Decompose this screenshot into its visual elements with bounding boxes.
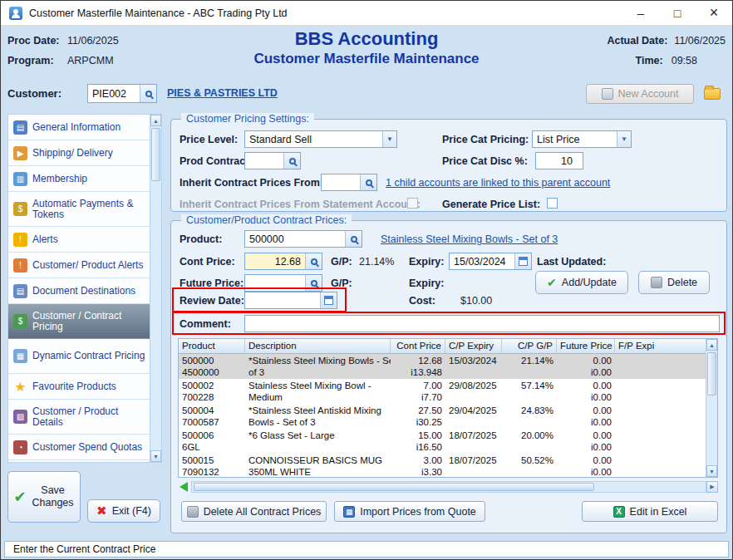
inherit-from-label: Inherit Contract Prices From: xyxy=(180,177,323,189)
sidebar-scrollbar[interactable] xyxy=(150,115,161,462)
sidebar-list: ▤General Information▶Shipping/ Delivery▥… xyxy=(8,115,150,462)
grid-header-cell[interactable]: C/P Expiry xyxy=(445,339,502,353)
sidebar-item-favourite-products[interactable]: ★Favourite Products xyxy=(8,374,150,400)
maximize-icon[interactable] xyxy=(659,1,696,25)
sidebar-item-label: Customer Spend Quotas xyxy=(32,442,142,453)
close-icon[interactable] xyxy=(696,1,732,25)
grid-row[interactable]: 500002700228Stainless Steel Mixing Bowl … xyxy=(179,379,717,404)
exit-button[interactable]: Exit (F4) xyxy=(87,499,160,523)
sidebar-item-shipping-delivery[interactable]: ▶Shipping/ Delivery xyxy=(8,140,150,166)
status-bar: Enter the Current Contract Price xyxy=(4,541,729,558)
delete-button[interactable]: Delete xyxy=(638,271,710,294)
price-level-label: Price Level: xyxy=(180,134,238,145)
grid-header-cell[interactable]: C/P G/P xyxy=(502,339,557,353)
import-prices-from-quote-button[interactable]: ▦ Import Prices from Quote xyxy=(334,501,485,522)
price-level-select[interactable]: Standard Sell xyxy=(244,130,397,148)
sidebar-item-customer-spend-quotas[interactable]: ◔Customer Spend Quotas xyxy=(8,435,150,460)
child-accounts-link[interactable]: 1 child accounts are linked to this pare… xyxy=(386,177,610,189)
future-price-input[interactable] xyxy=(244,274,322,292)
open-folder-button[interactable] xyxy=(701,84,723,104)
future-price-search-button[interactable] xyxy=(305,275,322,291)
star-icon: ★ xyxy=(13,380,27,394)
customer-search-button[interactable] xyxy=(140,85,156,102)
scroll-up-icon[interactable] xyxy=(706,339,717,351)
prod-contract-input[interactable] xyxy=(244,152,301,169)
expiry-date-input[interactable]: 15/03/2024 xyxy=(449,253,532,270)
edit-in-excel-button[interactable]: X Edit in Excel xyxy=(582,501,718,522)
sidebar-item-label: Automatic Payments & Tokens xyxy=(32,199,148,220)
inherit-statement-checkbox[interactable] xyxy=(407,198,418,209)
generate-price-list-checkbox[interactable] xyxy=(547,198,558,209)
cont-price-input[interactable]: 12.68 xyxy=(244,253,322,270)
calendar-icon xyxy=(324,296,333,305)
grid-cell: 15.00i16.50 xyxy=(391,429,445,454)
inherit-from-input[interactable] xyxy=(321,174,377,191)
price-cat-disc-input[interactable]: 10 xyxy=(535,152,583,169)
grid-header-cell[interactable]: Future Price xyxy=(557,339,615,353)
actual-date-value: 11/06/2025 xyxy=(674,35,726,47)
product-input[interactable]: 500000 xyxy=(244,230,362,248)
grid-scroll-thumb[interactable] xyxy=(707,352,716,395)
future-price-label: Future Price: xyxy=(180,278,244,289)
import-quote-label: Import Prices from Quote xyxy=(360,506,476,518)
review-calendar-button[interactable] xyxy=(320,292,337,308)
delete-icon xyxy=(187,506,199,518)
sidebar-item-general-information[interactable]: ▤General Information xyxy=(8,115,150,140)
grid-header-cell[interactable]: Description xyxy=(245,339,391,353)
minimize-icon[interactable] xyxy=(622,1,659,25)
comment-input[interactable] xyxy=(244,315,720,332)
spend-quota-icon: ◔ xyxy=(13,440,27,454)
sidebar-item-alerts[interactable]: !Alerts xyxy=(8,227,150,253)
product-search-button[interactable] xyxy=(345,231,362,247)
grid-horizontal-scrollbar[interactable] xyxy=(178,481,718,493)
gp-label: G/P: xyxy=(331,256,352,268)
app-icon xyxy=(9,7,22,20)
new-account-button[interactable]: New Account xyxy=(586,84,694,104)
group-title: Customer Pricing Settings: xyxy=(181,113,314,125)
sidebar-item-automatic-payments[interactable]: $Automatic Payments & Tokens xyxy=(8,192,150,227)
grid-cell: 0.00i0.00 xyxy=(557,429,615,454)
generate-price-list-label: Generate Price List: xyxy=(442,199,540,210)
expiry-calendar-button[interactable] xyxy=(514,253,531,269)
grid-row[interactable]: 5000066GL*6 Glass Set - Large15.00i16.50… xyxy=(179,429,717,454)
green-left-arrow-icon[interactable] xyxy=(180,482,188,492)
grid-header-cell[interactable]: F/P Expi xyxy=(615,339,706,353)
sidebar-item-customer-product-alerts[interactable]: !Customer/ Product Alerts xyxy=(8,253,150,278)
grid-vertical-scrollbar[interactable] xyxy=(706,339,717,477)
save-changes-button[interactable]: Save Changes xyxy=(7,471,81,523)
price-cat-pricing-select[interactable]: List Price xyxy=(532,130,632,148)
scroll-right-icon[interactable] xyxy=(706,481,718,493)
scroll-down-icon[interactable] xyxy=(150,450,161,462)
cont-price-search-button[interactable] xyxy=(305,253,322,269)
add-update-button[interactable]: Add/Update xyxy=(535,271,628,294)
customer-name-link[interactable]: PIES & PASTRIES LTD xyxy=(167,87,278,99)
customer-code-input[interactable]: PIE002 xyxy=(87,84,157,103)
customer-code-value: PIE002 xyxy=(88,88,140,100)
sidebar-item-membership[interactable]: ▥Membership xyxy=(8,166,150,192)
scroll-down-icon[interactable] xyxy=(706,465,717,477)
sidebar-item-label: Document Destinations xyxy=(32,286,135,297)
scroll-up-icon[interactable] xyxy=(150,115,161,126)
new-account-label: New Account xyxy=(618,88,679,100)
grid-header-cell[interactable]: Cont Price xyxy=(391,339,445,353)
delete-all-label: Delete All Contract Prices xyxy=(204,506,322,518)
horizontal-scroll-track[interactable] xyxy=(191,481,706,493)
sidebar-item-document-destinations[interactable]: ▤Document Destinations xyxy=(8,278,150,304)
sidebar-item-customer-contract-pricing[interactable]: $Customer / Contract Pricing xyxy=(8,304,150,339)
sidebar-item-customer-product-details[interactable]: ▧Customer / Product Details xyxy=(8,400,150,435)
prod-contract-search-button[interactable] xyxy=(283,153,300,169)
sidebar-item-dynamic-contract-pricing[interactable]: ▦Dynamic Contract Pricing xyxy=(8,339,150,374)
review-date-input[interactable] xyxy=(244,292,337,309)
product-description-link[interactable]: Stainless Steel Mixing Bowls - Set of 3 xyxy=(381,233,558,245)
red-x-icon xyxy=(96,504,107,518)
excel-icon: X xyxy=(613,506,625,518)
grid-header-cell[interactable]: Product xyxy=(179,339,245,353)
sidebar-scroll-thumb[interactable] xyxy=(151,128,160,181)
grid-row[interactable]: 5000047000587*Stainless Steel Antiskid M… xyxy=(179,404,717,429)
horizontal-scroll-thumb[interactable] xyxy=(194,483,594,491)
grid-row[interactable]: 5000157090132CONNOISSEUR BASICS MUG350ML… xyxy=(179,454,717,477)
inherit-from-search-button[interactable] xyxy=(360,174,376,190)
delete-all-contract-prices-button[interactable]: Delete All Contract Prices xyxy=(181,501,327,522)
grid-row[interactable]: 5000004500000*Stainless Steel Mixing Bow… xyxy=(179,354,717,379)
grid-cell: 12.68i13.948 xyxy=(391,354,445,379)
